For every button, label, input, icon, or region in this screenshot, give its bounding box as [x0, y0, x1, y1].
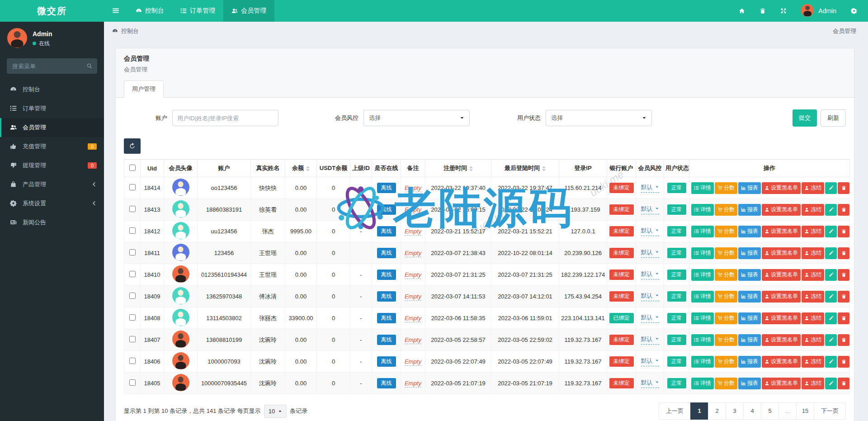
blacklist-button[interactable]: 设置黑名单 [762, 269, 801, 281]
detail-button[interactable]: 详情 [691, 182, 714, 194]
edit-button[interactable] [825, 182, 837, 194]
remark-link[interactable]: Empty [405, 336, 421, 344]
edit-button[interactable] [825, 334, 837, 346]
blacklist-button[interactable]: 设置黑名单 [762, 356, 801, 368]
remark-link[interactable]: Empty [405, 380, 421, 388]
report-button[interactable]: 报表 [738, 269, 761, 281]
freeze-button[interactable]: 冻结 [802, 334, 824, 346]
delete-button[interactable] [838, 247, 849, 259]
reload-table-button[interactable] [124, 138, 141, 154]
edit-button[interactable] [825, 291, 837, 303]
report-button[interactable]: 报表 [738, 204, 761, 216]
risk-dropdown-link[interactable]: 默认 [641, 183, 659, 193]
blacklist-button[interactable]: 设置黑名单 [762, 312, 801, 324]
trash-icon[interactable] [760, 7, 766, 14]
report-button[interactable]: 报表 [738, 247, 761, 259]
freeze-button[interactable]: 冻结 [802, 226, 824, 237]
delete-button[interactable] [838, 356, 849, 368]
sidebar-item-产品管理[interactable]: 产品管理 [0, 175, 104, 194]
row-checkbox[interactable] [129, 336, 136, 342]
breadcrumb-left[interactable]: 控制台 [121, 27, 139, 35]
risk-dropdown-link[interactable]: 默认 [641, 270, 659, 279]
report-button[interactable]: 报表 [738, 334, 761, 346]
nav-item-订单管理[interactable]: 订单管理 [172, 0, 223, 22]
delete-button[interactable] [838, 334, 849, 346]
delete-button[interactable] [838, 226, 849, 237]
score-button[interactable]: 分数 [715, 356, 737, 368]
sidebar-search-input[interactable] [7, 58, 97, 74]
edit-button[interactable] [825, 247, 837, 259]
column-header-余额[interactable]: 余额 [285, 160, 317, 177]
score-button[interactable]: 分数 [715, 312, 737, 324]
detail-button[interactable]: 详情 [691, 204, 714, 216]
blacklist-button[interactable]: 设置黑名单 [762, 378, 801, 389]
detail-button[interactable]: 详情 [691, 378, 714, 389]
detail-button[interactable]: 详情 [691, 312, 714, 324]
row-checkbox[interactable] [129, 184, 136, 190]
report-button[interactable]: 报表 [738, 182, 761, 194]
row-checkbox[interactable] [129, 358, 136, 364]
risk-dropdown-link[interactable]: 默认 [641, 313, 659, 323]
select-all-checkbox[interactable] [129, 165, 136, 171]
remark-link[interactable]: Empty [405, 293, 421, 301]
freeze-button[interactable]: 冻结 [802, 182, 824, 194]
blacklist-button[interactable]: 设置黑名单 [762, 334, 801, 346]
submit-button[interactable]: 提交 [793, 109, 817, 127]
page-button-4[interactable]: 4 [743, 402, 761, 420]
edit-button[interactable] [825, 356, 837, 368]
sort-icon[interactable] [469, 166, 473, 171]
user-status-select[interactable]: 选择 [546, 110, 652, 126]
row-checkbox[interactable] [129, 314, 136, 321]
score-button[interactable]: 分数 [715, 204, 737, 216]
delete-button[interactable] [838, 269, 849, 281]
freeze-button[interactable]: 冻结 [802, 312, 824, 324]
sidebar-item-提现管理[interactable]: 提现管理0 [0, 156, 104, 175]
report-button[interactable]: 报表 [738, 226, 761, 237]
remark-link[interactable]: Empty [405, 184, 421, 192]
page-button-5[interactable]: 5 [761, 402, 779, 420]
row-checkbox[interactable] [129, 206, 136, 212]
score-button[interactable]: 分数 [715, 247, 737, 259]
freeze-button[interactable]: 冻结 [802, 247, 824, 259]
delete-button[interactable] [838, 182, 849, 194]
delete-button[interactable] [838, 204, 849, 216]
page-button-下一页[interactable]: 下一页 [814, 402, 846, 420]
sidebar-item-订单管理[interactable]: 订单管理 [0, 99, 104, 118]
freeze-button[interactable]: 冻结 [802, 204, 824, 216]
blacklist-button[interactable]: 设置黑名单 [762, 226, 801, 237]
risk-select[interactable]: 选择 [363, 110, 470, 126]
edit-button[interactable] [825, 204, 837, 216]
page-button-2[interactable]: 2 [708, 402, 726, 420]
page-button-上一页[interactable]: 上一页 [659, 402, 691, 420]
edit-button[interactable] [825, 226, 837, 237]
blacklist-button[interactable]: 设置黑名单 [762, 291, 801, 303]
score-button[interactable]: 分数 [715, 291, 737, 303]
score-button[interactable]: 分数 [715, 269, 737, 281]
risk-dropdown-link[interactable]: 默认 [641, 227, 659, 236]
score-button[interactable]: 分数 [715, 378, 737, 389]
sidebar-item-充值管理[interactable]: 充值管理0 [0, 137, 104, 156]
account-search-input[interactable] [172, 110, 278, 126]
risk-dropdown-link[interactable]: 默认 [641, 248, 659, 258]
freeze-button[interactable]: 冻结 [802, 378, 824, 389]
row-checkbox[interactable] [129, 379, 136, 386]
page-button-1[interactable]: 1 [690, 402, 708, 420]
edit-button[interactable] [825, 269, 837, 281]
sidebar-item-会员管理[interactable]: 会员管理 [0, 118, 104, 137]
detail-button[interactable]: 详情 [691, 226, 714, 237]
risk-dropdown-link[interactable]: 默认 [641, 378, 659, 388]
home-icon[interactable] [739, 7, 745, 14]
page-button-3[interactable]: 3 [726, 402, 744, 420]
sidebar-item-控制台[interactable]: 控制台 [0, 80, 104, 99]
report-button[interactable]: 报表 [738, 356, 761, 368]
gears-icon[interactable] [851, 7, 857, 14]
score-button[interactable]: 分数 [715, 182, 737, 194]
risk-dropdown-link[interactable]: 默认 [641, 357, 659, 366]
sidebar-toggle-button[interactable] [104, 0, 127, 22]
risk-dropdown-link[interactable]: 默认 [641, 205, 659, 214]
sort-icon[interactable] [542, 166, 546, 171]
report-button[interactable]: 报表 [738, 378, 761, 389]
per-page-select[interactable]: 10 [264, 405, 287, 418]
remark-link[interactable]: Empty [405, 271, 421, 279]
delete-button[interactable] [838, 291, 849, 303]
